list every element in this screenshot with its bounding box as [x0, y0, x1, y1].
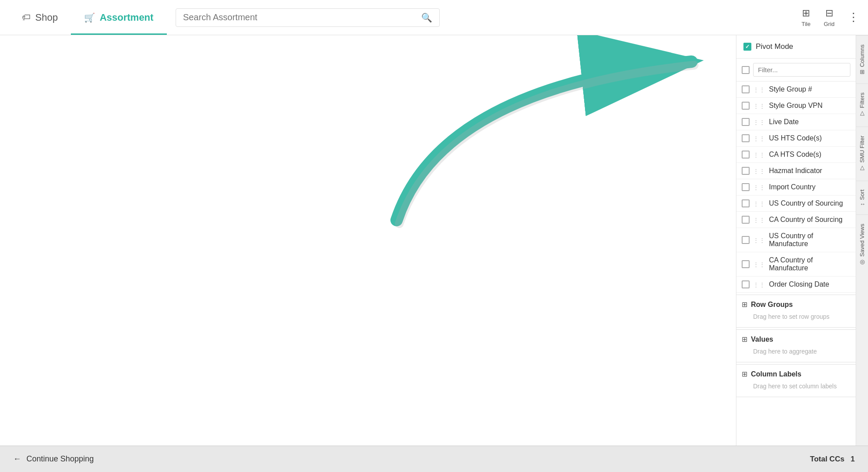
grid-icon: ⊟ [825, 7, 833, 19]
column-item-ca-country-manufacture[interactable]: ⋮⋮CA Country of Manufacture [736, 252, 856, 277]
column-label-style-group-vpn: Style Group VPN [769, 102, 823, 110]
filters-tab[interactable]: ▽ Filters [856, 83, 868, 126]
column-label-style-group-hash: Style Group # [769, 85, 812, 93]
continue-shopping-button[interactable]: ← Continue Shopping [13, 454, 94, 464]
nav-assortment-label: Assortment [99, 12, 153, 23]
column-item-us-country-sourcing[interactable]: ⋮⋮US Country of Sourcing [736, 195, 856, 212]
filter-input[interactable] [753, 63, 850, 77]
column-item-ca-country-sourcing[interactable]: ⋮⋮CA Country of Sourcing [736, 212, 856, 228]
sort-tab[interactable]: ↕ Sort [856, 181, 868, 214]
grid-label: Grid [824, 21, 835, 27]
column-labels-icon: ⊞ [742, 370, 747, 378]
total-ccs-label: Total CCs [810, 455, 844, 463]
sort-tab-icon: ↕ [859, 203, 865, 206]
continue-shopping-label: Continue Shopping [26, 454, 94, 464]
columns-list: ⋮⋮Style Group #⋮⋮Style Group VPN⋮⋮Live D… [736, 81, 856, 293]
cart-icon: 🛒 [84, 12, 95, 23]
arrow-graphic [0, 35, 736, 446]
column-item-us-hts-codes[interactable]: ⋮⋮US HTS Code(s) [736, 130, 856, 147]
drag-handle-us-country-sourcing: ⋮⋮ [753, 200, 765, 207]
drag-handle-ca-country-sourcing: ⋮⋮ [753, 217, 765, 223]
column-checkbox-ca-country-manufacture[interactable] [742, 260, 750, 268]
column-label-ca-country-manufacture: CA Country of Manufacture [769, 256, 850, 272]
column-checkbox-us-country-manufacture[interactable] [742, 236, 750, 244]
column-checkbox-us-country-sourcing[interactable] [742, 199, 750, 207]
saved-views-tab[interactable]: ◎ Saved Views [856, 214, 868, 275]
column-checkbox-hazmat-indicator[interactable] [742, 167, 750, 175]
column-item-style-group-hash[interactable]: ⋮⋮Style Group # [736, 81, 856, 98]
nav-shop[interactable]: 🏷 Shop [9, 0, 71, 35]
column-checkbox-import-country[interactable] [742, 183, 750, 191]
values-hint: Drag here to aggregate [736, 345, 856, 362]
nav-assortment[interactable]: 🛒 Assortment [71, 0, 166, 35]
total-ccs-display: Total CCs 1 [810, 455, 855, 464]
column-checkbox-order-closing-date[interactable] [742, 280, 750, 288]
sort-tab-label: Sort [859, 190, 865, 200]
tile-label: Tile [802, 21, 810, 27]
columns-tab[interactable]: ⊞ Columns [856, 35, 868, 83]
values-section: ⊞ Values Drag here to aggregate [736, 329, 856, 362]
tile-icon: ⊞ [802, 7, 810, 19]
column-item-live-date[interactable]: ⋮⋮Live Date [736, 114, 856, 130]
row-groups-hint: Drag here to set row groups [736, 310, 856, 327]
search-icon: 🔍 [421, 12, 432, 23]
search-input[interactable] [183, 12, 417, 22]
drag-handle-order-closing-date: ⋮⋮ [753, 281, 765, 288]
column-label-import-country: Import Country [769, 183, 816, 191]
column-labels-title: Column Labels [751, 370, 802, 378]
column-label-ca-country-sourcing: CA Country of Sourcing [769, 216, 842, 224]
column-item-us-country-manufacture[interactable]: ⋮⋮US Country of Manufacture [736, 228, 856, 252]
column-label-us-hts-codes: US HTS Code(s) [769, 134, 822, 142]
smu-filter-tab[interactable]: ▽ SMU Filter [856, 126, 868, 181]
filters-tab-label: Filters [859, 92, 865, 108]
row-groups-section: ⊞ Row Groups Drag here to set row groups [736, 295, 856, 328]
drag-handle-us-country-manufacture: ⋮⋮ [753, 237, 765, 243]
drag-handle-style-group-hash: ⋮⋮ [753, 86, 765, 93]
column-checkbox-ca-country-sourcing[interactable] [742, 216, 750, 224]
pivot-mode-checkbox[interactable] [743, 43, 751, 51]
column-checkbox-live-date[interactable] [742, 118, 750, 126]
drag-handle-us-hts-codes: ⋮⋮ [753, 135, 765, 142]
column-checkbox-ca-hts-codes[interactable] [742, 151, 750, 159]
column-label-ca-hts-codes: CA HTS Code(s) [769, 151, 821, 159]
columns-tab-icon: ⊞ [859, 70, 865, 74]
right-panel: Pivot Mode ⋮⋮Style Group #⋮⋮Style Group … [736, 35, 868, 446]
row-groups-header: ⊞ Row Groups [736, 295, 856, 310]
column-labels-hint: Drag here to set column labels [736, 380, 856, 397]
column-label-us-country-sourcing: US Country of Sourcing [769, 199, 843, 207]
row-groups-icon: ⊞ [742, 300, 747, 309]
drag-handle-live-date: ⋮⋮ [753, 119, 765, 125]
column-checkbox-style-group-hash[interactable] [742, 85, 750, 93]
column-label-us-country-manufacture: US Country of Manufacture [769, 232, 850, 248]
drag-handle-hazmat-indicator: ⋮⋮ [753, 168, 765, 174]
row-groups-title: Row Groups [751, 301, 793, 309]
column-item-order-closing-date[interactable]: ⋮⋮Order Closing Date [736, 277, 856, 293]
column-labels-section: ⊞ Column Labels Drag here to set column … [736, 364, 856, 397]
nav-shop-label: Shop [35, 12, 58, 23]
pivot-mode-row: Pivot Mode [736, 35, 856, 59]
column-item-ca-hts-codes[interactable]: ⋮⋮CA HTS Code(s) [736, 147, 856, 163]
filter-checkbox[interactable] [742, 66, 750, 74]
panel-content: Pivot Mode ⋮⋮Style Group #⋮⋮Style Group … [736, 35, 856, 446]
shop-icon: 🏷 [22, 12, 31, 22]
grid-view-button[interactable]: ⊟ Grid [824, 7, 835, 27]
pivot-mode-label: Pivot Mode [756, 42, 793, 51]
drag-handle-import-country: ⋮⋮ [753, 184, 765, 191]
column-item-hazmat-indicator[interactable]: ⋮⋮Hazmat Indicator [736, 163, 856, 179]
back-arrow-icon: ← [13, 454, 21, 464]
smu-filter-tab-icon: ▽ [859, 165, 865, 172]
smu-filter-tab-label: SMU Filter [859, 136, 865, 162]
more-options-button[interactable]: ⋮ [848, 11, 859, 24]
column-item-import-country[interactable]: ⋮⋮Import Country [736, 179, 856, 195]
main-area: Pivot Mode ⋮⋮Style Group #⋮⋮Style Group … [0, 35, 868, 446]
drag-handle-ca-hts-codes: ⋮⋮ [753, 151, 765, 158]
saved-views-tab-label: Saved Views [859, 224, 865, 257]
header-right: ⊞ Tile ⊟ Grid ⋮ [802, 7, 859, 27]
column-item-style-group-vpn[interactable]: ⋮⋮Style Group VPN [736, 98, 856, 114]
columns-tab-label: Columns [859, 44, 865, 67]
values-header: ⊞ Values [736, 329, 856, 345]
column-checkbox-us-hts-codes[interactable] [742, 134, 750, 142]
tile-view-button[interactable]: ⊞ Tile [802, 7, 810, 27]
column-labels-header: ⊞ Column Labels [736, 364, 856, 380]
column-checkbox-style-group-vpn[interactable] [742, 102, 750, 110]
